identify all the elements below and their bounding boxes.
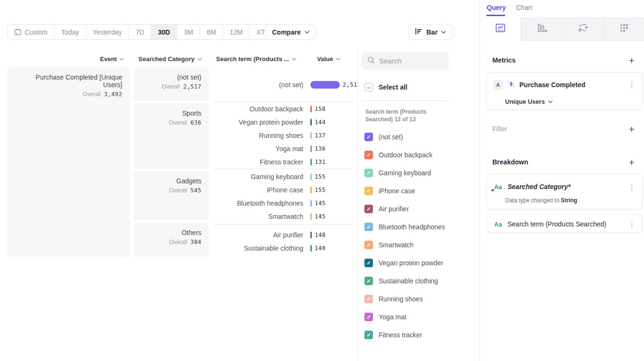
tab-insights[interactable] (480, 17, 521, 41)
list-item[interactable]: ✓(not set) (364, 128, 473, 146)
kebab-menu-icon[interactable]: ⋮ (628, 183, 635, 190)
dots-grid-icon (619, 23, 629, 35)
date-range-12m[interactable]: 12M (223, 25, 250, 39)
checkbox-checked[interactable]: ✓ (364, 169, 373, 177)
table-row: Running shoes137 (213, 129, 354, 142)
metric-event-name: Purchase Completed (519, 81, 585, 89)
bar-segment (310, 173, 312, 180)
search-input-wrapper (362, 52, 449, 70)
tab-query[interactable]: Query (487, 4, 506, 11)
checkbox-checked[interactable]: ✓ (364, 313, 373, 321)
table-row: Sustainable clothing140 (213, 242, 354, 255)
list-item[interactable]: ✓Smartwatch (364, 236, 473, 254)
add-filter-button[interactable]: + (629, 124, 635, 134)
bar-segment (310, 213, 312, 220)
breakdown-card-search-term[interactable]: Aa Search term (Products Searched) ⋮ (486, 214, 643, 233)
bar-segment (310, 187, 312, 193)
filter-list-label: Search term (Products Searched) 12 of 13 (365, 108, 455, 123)
kebab-menu-icon[interactable]: ⋮ (628, 221, 635, 228)
chevron-down-icon (336, 58, 340, 61)
date-range-6m[interactable]: 6M (200, 25, 223, 39)
tab-chart[interactable]: Chart (516, 4, 532, 11)
group-gadgets: Gaming keyboard155 iPhone case155 Blueto… (213, 169, 354, 224)
chevron-down-icon (548, 100, 553, 103)
group-sports: Outdoor backpack158 Vegan protein powder… (213, 102, 354, 169)
group-others: Air purifier148 Sustainable clothing140 (213, 225, 354, 255)
column-header-value[interactable]: Value (317, 55, 340, 63)
checkbox-checked[interactable]: ✓ (364, 295, 373, 303)
metric-card[interactable]: A Purchase Completed ⋮ Unique Users (486, 72, 643, 110)
column-header-search-term[interactable]: Search term (Products ... (216, 55, 296, 63)
bar-segment (310, 159, 312, 165)
insights-report-page: Custom Today Yesterday 7D 30D 3M 6M 12M … (0, 0, 644, 361)
metrics-section-header: Metrics (492, 56, 516, 64)
bar-segment (310, 232, 312, 238)
breakdown-property-name: Searched Category* (508, 183, 571, 190)
chevron-down-icon (292, 58, 296, 61)
metric-unit-selector[interactable]: Unique Users (505, 98, 642, 105)
column-header-event[interactable]: Event (100, 55, 124, 63)
date-range-3m[interactable]: 3M (177, 25, 200, 39)
checkbox-checked[interactable]: ✓ (364, 259, 373, 267)
checkbox-checked[interactable]: ✓ (364, 331, 373, 339)
table-row: Smartwatch145 (213, 210, 354, 223)
compare-button[interactable]: Compare (265, 24, 316, 40)
date-range-today[interactable]: Today (54, 25, 86, 39)
segment-checkbox-list: ✓(not set) ✓Outdoor backpack ✓Gaming key… (364, 128, 473, 344)
list-item[interactable]: ✓Air purifier (364, 200, 473, 218)
list-item[interactable]: ✓Outdoor backpack (364, 146, 473, 164)
breakdown-card-searched-category[interactable]: Aa⁎ Searched Category* ⋮ Data type chang… (486, 174, 643, 209)
list-item[interactable]: ✓iPhone case (364, 182, 473, 200)
event-block: Purchase Completed [Unique Users] Overal… (7, 67, 130, 257)
funnel-bars-icon (537, 23, 547, 35)
table-row: iPhone case155 (213, 183, 354, 197)
checkbox-checked[interactable]: ✓ (364, 151, 373, 159)
list-item[interactable]: ✓Bluetooth headphones (364, 218, 473, 236)
chart-type-selector[interactable]: Bar (408, 24, 453, 40)
date-range-custom[interactable]: Custom (8, 25, 54, 39)
checkbox-checked[interactable]: ✓ (364, 133, 373, 141)
checkbox-checked[interactable]: ✓ (364, 223, 373, 231)
kebab-menu-icon[interactable]: ⋮ (628, 81, 635, 89)
add-metric-button[interactable]: + (629, 55, 635, 65)
checkbox-checked[interactable]: ✓ (364, 241, 373, 249)
bar-chart-icon (415, 28, 423, 36)
search-input[interactable] (379, 57, 441, 65)
search-term-rows: (not set) 2,517 Outdoor backpack158 Vega… (213, 67, 354, 255)
bar-segment (310, 145, 312, 152)
table-row: Bluetooth headphones145 (213, 197, 354, 210)
table-row: (not set) 2,517 (213, 67, 354, 102)
active-tab-underline (486, 15, 505, 16)
bar-segment (310, 132, 312, 139)
select-all-row[interactable]: – Select all (364, 83, 408, 91)
event-overall-value: 3,492 (104, 91, 122, 98)
search-icon (367, 56, 375, 66)
checkbox-checked[interactable]: ✓ (364, 277, 373, 285)
chevron-down-icon (198, 58, 202, 61)
date-range-7d[interactable]: 7D (129, 25, 151, 39)
select-all-checkbox[interactable]: – (364, 83, 373, 91)
list-item[interactable]: ✓Gaming keyboard (364, 164, 473, 182)
table-row: Vegan protein powder144 (213, 116, 354, 129)
list-item[interactable]: ✓Vegan protein powder (364, 254, 473, 272)
list-item[interactable]: ✓Yoga mat (364, 308, 473, 326)
filter-section-header: Filter (492, 125, 507, 133)
tab-flows[interactable] (562, 17, 604, 41)
add-breakdown-button[interactable]: + (629, 157, 635, 167)
list-item[interactable]: ✓Running shoes (364, 290, 473, 308)
breakdown-section-header: Breakdown (492, 158, 528, 166)
date-range-30d[interactable]: 30D (151, 25, 177, 39)
tab-retention[interactable] (603, 17, 644, 41)
table-row: Gaming keyboard155 (213, 170, 354, 183)
column-header-searched-category[interactable]: Searched Category (138, 55, 202, 63)
date-range-yesterday[interactable]: Yesterday (86, 25, 129, 39)
event-title: Purchase Completed [Unique Users] (15, 73, 122, 89)
tab-funnels[interactable] (521, 17, 562, 41)
list-item[interactable]: ✓Fitness tracker (364, 326, 473, 344)
list-item[interactable]: ✓Sustainable clothing (364, 272, 473, 290)
table-row: Outdoor backpack158 (213, 102, 354, 116)
calendar-icon (14, 28, 21, 36)
breakdown-property-name: Search term (Products Searched) (508, 220, 607, 228)
checkbox-checked[interactable]: ✓ (364, 187, 373, 195)
checkbox-checked[interactable]: ✓ (364, 205, 373, 213)
